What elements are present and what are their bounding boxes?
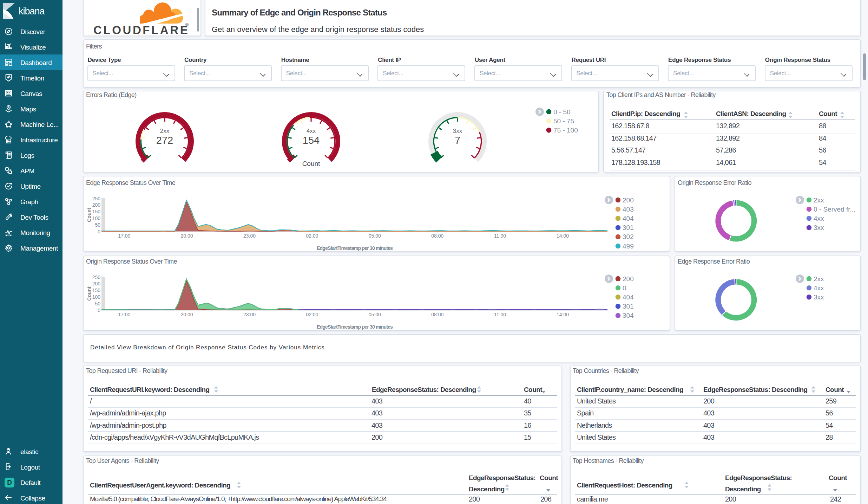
- svg-text:3xx: 3xx: [814, 224, 824, 231]
- svg-text:14:00: 14:00: [557, 233, 569, 239]
- svg-text:02:00: 02:00: [306, 233, 318, 239]
- svg-text:3xx: 3xx: [453, 128, 462, 134]
- svg-text:250: 250: [92, 274, 101, 280]
- svg-text:0 - Served fr...: 0 - Served fr...: [814, 206, 855, 213]
- svg-text:EdgeStartTimestamp per 30 minu: EdgeStartTimestamp per 30 minutes: [317, 245, 393, 251]
- svg-text:20:00: 20:00: [181, 312, 193, 317]
- svg-text:14:00: 14:00: [557, 312, 569, 317]
- svg-text:11:00: 11:00: [494, 233, 506, 239]
- svg-text:4xx: 4xx: [814, 284, 824, 292]
- svg-text:Count: Count: [302, 160, 320, 167]
- svg-text:403: 403: [623, 206, 634, 213]
- svg-text:0: 0: [98, 308, 100, 313]
- svg-text:23:00: 23:00: [243, 312, 256, 317]
- svg-text:150: 150: [92, 209, 101, 214]
- svg-text:250: 250: [92, 196, 101, 201]
- svg-text:50: 50: [95, 222, 100, 228]
- svg-text:200: 200: [623, 196, 634, 204]
- svg-text:CLOUDFLARE: CLOUDFLARE: [93, 24, 189, 36]
- svg-text:05:00: 05:00: [369, 233, 381, 239]
- svg-text:02:00: 02:00: [306, 312, 318, 317]
- svg-text:200: 200: [92, 281, 101, 286]
- svg-text:272: 272: [156, 135, 173, 146]
- svg-text:301: 301: [623, 224, 634, 231]
- svg-text:05:00: 05:00: [369, 312, 381, 317]
- svg-text:100: 100: [92, 294, 101, 300]
- svg-text:404: 404: [623, 293, 634, 301]
- svg-text:75 - 100: 75 - 100: [553, 127, 578, 134]
- svg-text:3xx: 3xx: [814, 293, 824, 301]
- svg-text:301: 301: [623, 303, 634, 310]
- svg-text:2xx: 2xx: [160, 128, 170, 134]
- svg-text:0 - 50: 0 - 50: [553, 108, 571, 116]
- svg-text:304: 304: [623, 312, 634, 319]
- svg-text:Count: Count: [86, 208, 92, 222]
- svg-text:2xx: 2xx: [814, 275, 824, 283]
- svg-text:11:00: 11:00: [494, 312, 506, 317]
- svg-text:4xx: 4xx: [307, 128, 316, 134]
- svg-text:Count: Count: [86, 286, 92, 301]
- svg-text:200: 200: [92, 202, 101, 208]
- svg-text:EdgeStartTimestamp per 30 minu: EdgeStartTimestamp per 30 minutes: [317, 324, 393, 330]
- svg-text:®: ®: [185, 22, 189, 27]
- svg-text:08:00: 08:00: [431, 233, 443, 239]
- svg-text:0: 0: [98, 229, 100, 234]
- svg-text:23:00: 23:00: [243, 233, 256, 239]
- svg-text:50 - 75: 50 - 75: [553, 117, 574, 125]
- svg-text:302: 302: [623, 233, 634, 240]
- svg-text:20:00: 20:00: [181, 233, 193, 239]
- svg-text:7: 7: [455, 135, 460, 146]
- svg-text:150: 150: [92, 287, 101, 293]
- svg-text:0: 0: [623, 284, 626, 292]
- svg-text:154: 154: [303, 135, 320, 146]
- svg-text:17:00: 17:00: [118, 312, 130, 317]
- svg-text:200: 200: [623, 275, 634, 283]
- svg-text:2xx: 2xx: [814, 196, 824, 204]
- svg-text:08:00: 08:00: [431, 312, 443, 317]
- svg-text:499: 499: [623, 243, 634, 250]
- svg-text:50: 50: [95, 301, 100, 306]
- svg-text:100: 100: [92, 215, 101, 221]
- svg-text:404: 404: [623, 215, 634, 222]
- svg-text:4xx: 4xx: [814, 215, 824, 222]
- svg-text:17:00: 17:00: [118, 233, 130, 239]
